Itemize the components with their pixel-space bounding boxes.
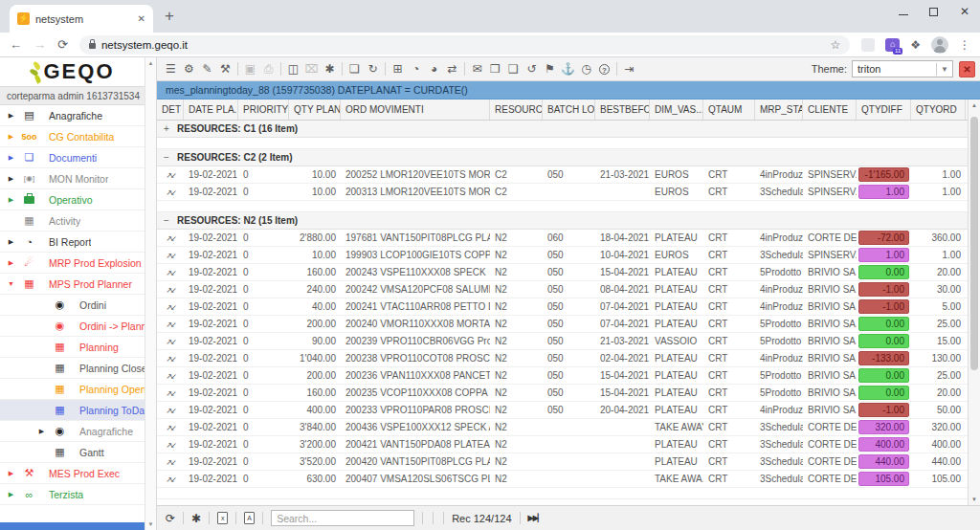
extensions-puzzle-icon[interactable]: ❖ xyxy=(910,38,921,52)
table-row[interactable]: ↗↙19-02-20210630.00200407 VMSA120SLS06TS… xyxy=(157,471,968,488)
detail-expand-icon[interactable]: ↗↙ xyxy=(166,303,174,312)
note-icon[interactable]: ❑ xyxy=(504,62,523,76)
chevron-right-icon[interactable]: ▶ xyxy=(5,175,17,183)
sidebar-item-planning-today[interactable]: ▦Planning ToDay xyxy=(0,400,145,421)
new-tab-button[interactable]: + xyxy=(165,7,174,26)
favorite-icon[interactable]: ✱ xyxy=(321,62,339,76)
expand-icon[interactable]: + xyxy=(164,123,171,134)
window-minimize-icon[interactable] xyxy=(899,14,908,15)
chevron-right-icon[interactable]: ▶ xyxy=(5,491,17,498)
scroll-down-icon[interactable]: ▼ xyxy=(148,521,154,527)
sidebar-item-terzista[interactable]: ▶∞Terzista xyxy=(0,484,145,505)
export-pdf-icon[interactable]: A xyxy=(244,512,255,524)
chevron-right-icon[interactable]: ▶ xyxy=(5,196,17,204)
window-maximize-icon[interactable] xyxy=(929,8,938,16)
sidebar-item-mes-prod-exec[interactable]: ▶⚒MES Prod Exec xyxy=(0,463,145,484)
chevron-down-icon[interactable]: ▼ xyxy=(5,280,17,287)
back-icon[interactable]: ← xyxy=(10,37,22,52)
sidebar-item-cg-contabilita[interactable]: ▶5ooCG Contabilita xyxy=(0,126,145,147)
group-row[interactable]: −RESOURCES: C2 (2 Item) xyxy=(157,149,968,166)
column-header-date_plan[interactable]: DATE PLA... xyxy=(184,99,238,120)
sidebar-item-planning-open[interactable]: ▦Planning Open xyxy=(0,379,145,400)
column-header-resource[interactable]: RESOURC... xyxy=(490,99,543,120)
extension-icon[interactable] xyxy=(861,38,875,52)
detail-expand-icon[interactable]: ↗↙ xyxy=(166,338,174,346)
extension-home-icon[interactable]: ⌂11 xyxy=(885,38,900,52)
table-row[interactable]: ↗↙19-02-2021010.00200313 LMOR120VEE10TS … xyxy=(157,184,968,201)
anchor-icon[interactable]: ⚓ xyxy=(559,62,577,76)
chevron-right-icon[interactable]: ▶ xyxy=(5,238,17,246)
detail-expand-icon[interactable]: ↗↙ xyxy=(166,355,174,364)
detail-expand-icon[interactable]: ↗↙ xyxy=(166,372,174,381)
scroll-down-icon[interactable]: ▼ xyxy=(971,497,977,502)
sidebar-item-mrp-prod-explosion[interactable]: ▶☄MRP Prod Explosion xyxy=(0,253,145,274)
profile-avatar[interactable] xyxy=(931,36,948,54)
search-input[interactable] xyxy=(271,510,414,526)
sidebar-item-planning-closed[interactable]: ▦Planning Closed xyxy=(0,358,145,379)
refresh-icon[interactable]: ⟳ xyxy=(166,512,175,525)
sidebar-item-anagrafiche[interactable]: ▶▤Anagrafiche xyxy=(0,105,145,126)
chevron-right-icon[interactable]: ▶ xyxy=(35,428,48,435)
logout-icon[interactable]: ⇥ xyxy=(620,62,638,76)
sidebar-item-mps-prod-planner[interactable]: ▼▦MPS Prod Planner xyxy=(0,274,145,295)
sidebar-item-mon-monitor[interactable]: ▶[◉]MON Monitor xyxy=(0,168,145,189)
table-row[interactable]: ↗↙19-02-202103'520.00200420 VANT150PIT08… xyxy=(157,453,968,471)
detail-expand-icon[interactable]: ↗↙ xyxy=(166,424,174,432)
forward-icon[interactable]: → xyxy=(33,37,46,52)
sidebar-item-operativo[interactable]: ▶Operativo xyxy=(0,189,145,210)
sidebar-item-bi-report[interactable]: ▶◔BI Report xyxy=(0,232,145,253)
column-header-batch[interactable]: BATCH LO... xyxy=(543,99,595,120)
flag-icon[interactable]: ⚑ xyxy=(541,62,559,76)
table-row[interactable]: ↗↙19-02-20210400.00200233 VPRO110PAR08 P… xyxy=(157,402,968,419)
dashboard-icon[interactable]: ◔ xyxy=(407,62,425,76)
last-record-icon[interactable]: ▶▶▏ xyxy=(528,514,543,522)
column-header-det[interactable]: DET xyxy=(157,99,184,120)
collapse-icon[interactable]: − xyxy=(164,152,171,163)
table-row[interactable]: ↗↙19-02-2021010.00199903 LCOP100GIE10TS … xyxy=(157,247,968,264)
detail-expand-icon[interactable]: ↗↙ xyxy=(166,234,174,243)
history-icon[interactable]: ↺ xyxy=(523,62,541,76)
table-row[interactable]: ↗↙19-02-202103'200.00200421 VANT150PDA08… xyxy=(157,436,968,453)
sidebar-item-planning[interactable]: ▦Planning xyxy=(0,337,145,358)
sidebar-item-activity[interactable]: ▦Activity xyxy=(0,210,145,232)
table-row[interactable]: ↗↙19-02-20210200.00200236 VPAN110XXX08 P… xyxy=(157,367,968,385)
sidebar-item-ordini[interactable]: ◉Ordini xyxy=(0,295,145,316)
table-icon[interactable]: ⊞ xyxy=(389,62,407,76)
detail-expand-icon[interactable]: ↗↙ xyxy=(166,407,174,415)
edit-icon[interactable]: ✎ xyxy=(198,62,216,76)
url-bar[interactable]: netsystem.geqo.it ☆ xyxy=(79,35,850,55)
help-icon[interactable]: ? xyxy=(595,62,613,76)
detail-expand-icon[interactable]: ↗↙ xyxy=(166,389,174,398)
sidebar-hscrollbar[interactable] xyxy=(0,522,145,530)
tab-close-icon[interactable]: ✕ xyxy=(138,13,145,24)
folder-open-icon[interactable]: ❒ xyxy=(486,62,504,76)
columns-icon[interactable]: ◫ xyxy=(284,62,302,76)
chevron-right-icon[interactable]: ▶ xyxy=(5,112,17,120)
browser-menu-icon[interactable]: ⋮ xyxy=(959,38,970,52)
panel-close-button[interactable]: ✕ xyxy=(959,61,975,77)
group-row[interactable]: −RESOURCES: N2 (15 Item) xyxy=(157,212,968,230)
transfer-icon[interactable]: ⇄ xyxy=(443,62,461,76)
collapse-icon[interactable]: − xyxy=(164,215,171,226)
detail-expand-icon[interactable]: ↗↙ xyxy=(166,475,174,484)
theme-select[interactable]: triton ▼ xyxy=(852,60,953,77)
window-close-icon[interactable]: ✕ xyxy=(959,5,970,18)
chevron-right-icon[interactable]: ▶ xyxy=(5,154,17,162)
clock-icon[interactable]: ◷ xyxy=(577,62,595,76)
refresh-icon[interactable]: ↻ xyxy=(364,62,382,76)
pie-chart-icon[interactable]: ◕ xyxy=(425,62,443,76)
settings-icon[interactable]: ⚙ xyxy=(180,62,198,76)
scrollbar-thumb[interactable] xyxy=(970,117,978,370)
detail-expand-icon[interactable]: ↗↙ xyxy=(166,252,174,260)
chevron-right-icon[interactable]: ▶ xyxy=(5,259,17,267)
table-row[interactable]: ↗↙19-02-20210240.00200242 VMSA120PCF08 S… xyxy=(157,281,968,298)
chevron-right-icon[interactable]: ▶ xyxy=(5,133,17,141)
scroll-up-icon[interactable]: ▲ xyxy=(971,102,977,108)
table-row[interactable]: ↗↙19-02-2021090.00200239 VPRO110CBR06VGG… xyxy=(157,333,968,350)
sidebar-scrollbar[interactable]: ▲ ▼ xyxy=(145,57,157,530)
reload-icon[interactable]: ⟳ xyxy=(57,37,68,52)
column-header-priority[interactable]: PRIORITY xyxy=(238,99,289,120)
column-header-mrp_stat[interactable]: MRP_STAT... xyxy=(755,99,803,120)
table-row[interactable]: ↗↙19-02-202102'880.00197681 VANT150PIT08… xyxy=(157,230,968,247)
table-row[interactable]: ↗↙19-02-202103'840.00200436 VSPE100XXX12… xyxy=(157,419,968,436)
